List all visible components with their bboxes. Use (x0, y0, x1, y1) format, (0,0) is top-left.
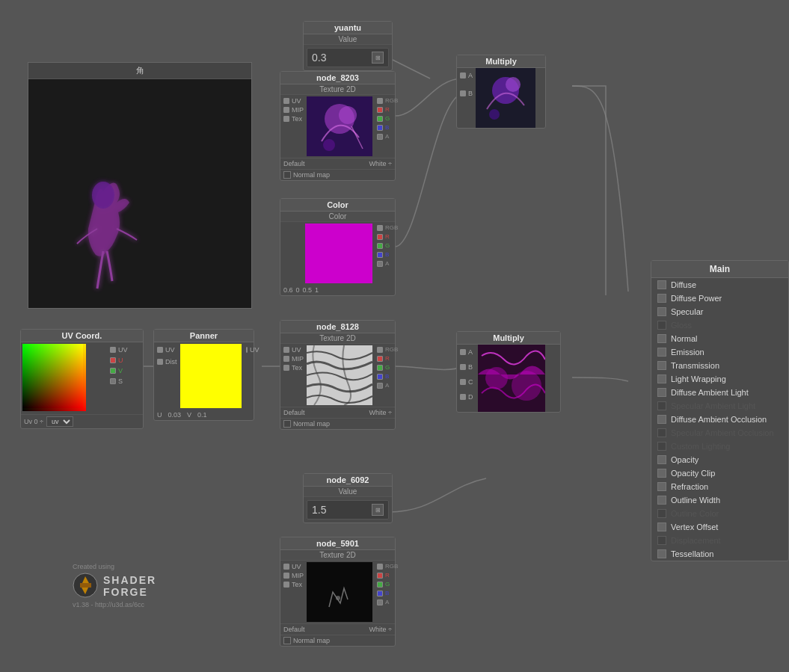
main-row-checkbox[interactable] (657, 361, 666, 370)
multiply2-port-c[interactable]: C (457, 377, 478, 386)
port-rgb-right[interactable]: RGB (374, 96, 401, 105)
panner-port-dist[interactable]: Dist (154, 357, 180, 366)
main-panel-row-gloss[interactable]: Gloss (651, 318, 788, 332)
port-g-right[interactable]: G (374, 114, 393, 123)
main-row-checkbox[interactable] (657, 280, 666, 289)
main-row-checkbox[interactable] (657, 549, 666, 558)
uv-select[interactable]: uv (46, 416, 73, 427)
color-swatch[interactable] (305, 224, 372, 283)
main-panel-row-vertex-offset[interactable]: Vertex Offset (651, 520, 788, 534)
main-panel-row-light-wrapping[interactable]: Light Wrapping (651, 372, 788, 386)
node-5901-normalmap-cb[interactable] (283, 637, 291, 644)
main-panel-row-diffuse-ambient-light[interactable]: Diffuse Ambient Light (651, 386, 788, 399)
main-panel-row-outline-width[interactable]: Outline Width (651, 493, 788, 507)
main-panel-row-diffuse[interactable]: Diffuse (651, 278, 788, 292)
node-8203-normalmap-label: Normal map (293, 171, 330, 179)
main-row-checkbox[interactable] (657, 442, 666, 451)
yuantu-title: yuantu (304, 22, 392, 34)
main-panel-row-opacity-clip[interactable]: Opacity Clip (651, 466, 788, 480)
node5901-port-tex[interactable]: Tex (280, 580, 307, 589)
color-port-rgb[interactable]: RGB (374, 224, 401, 232)
node8128-port-b-r[interactable]: B (374, 372, 392, 380)
main-panel-row-specular-ambient-occlusion[interactable]: Specular Ambient Occlusion (651, 426, 788, 440)
node5901-port-uv[interactable]: UV (280, 562, 307, 571)
main-panel-row-transmission[interactable]: Transmission (651, 359, 788, 372)
multiply1-port-a[interactable]: A (457, 71, 476, 80)
node5901-port-r-r[interactable]: R (374, 571, 393, 579)
color-val-b: 0.5 (303, 286, 313, 294)
main-row-checkbox[interactable] (657, 469, 666, 478)
node5901-port-rgb-r[interactable]: RGB (374, 562, 401, 570)
main-panel-row-specular-ambient-light[interactable]: Specular Ambient Light (651, 399, 788, 413)
color-port-r[interactable]: R (374, 232, 393, 241)
port-b-right[interactable]: B (374, 123, 392, 132)
node-8128-normalmap-cb[interactable] (283, 420, 291, 428)
main-panel-row-displacement[interactable]: Displacement (651, 534, 788, 547)
node5901-port-b-r[interactable]: B (374, 589, 392, 597)
main-row-checkbox[interactable] (657, 348, 666, 357)
panner-port-uv-r[interactable]: UV (243, 345, 263, 354)
uv-port-s[interactable]: S (107, 377, 141, 386)
main-panel-row-custom-lighting[interactable]: Custom Lighting (651, 440, 788, 453)
port-mip-left[interactable]: MIP (280, 105, 307, 114)
node8128-port-tex[interactable]: Tex (280, 363, 307, 372)
main-row-checkbox[interactable] (657, 455, 666, 464)
main-row-checkbox[interactable] (657, 294, 666, 303)
main-row-checkbox[interactable] (657, 509, 666, 518)
main-row-label: Normal (671, 334, 697, 343)
main-row-checkbox[interactable] (657, 334, 666, 343)
panner-port-uv-l[interactable]: UV (154, 345, 180, 354)
sf-name-block: SHADER FORGE (103, 574, 156, 598)
yuantu-grid-btn[interactable]: ⊞ (372, 52, 384, 64)
main-panel-row-opacity[interactable]: Opacity (651, 453, 788, 466)
node8128-port-g-r[interactable]: G (374, 363, 393, 372)
multiply2-port-a[interactable]: A (457, 348, 478, 357)
node5901-port-g-r[interactable]: G (374, 580, 393, 588)
color-port-g[interactable]: G (374, 241, 393, 250)
main-row-label: Vertex Offset (671, 523, 718, 531)
main-row-checkbox[interactable] (657, 428, 666, 437)
node-6092-grid-btn[interactable]: ⊞ (372, 504, 384, 516)
node5901-port-mip[interactable]: MIP (280, 571, 307, 580)
main-row-checkbox[interactable] (657, 321, 666, 330)
node8128-port-r-r[interactable]: R (374, 354, 393, 363)
node-6092-value[interactable]: 1.5 ⊞ (307, 500, 389, 520)
color-port-a[interactable]: A (374, 259, 392, 268)
uv-port-uv[interactable]: UV (107, 345, 141, 354)
multiply2-port-d[interactable]: D (457, 392, 478, 401)
node-8203-normalmap-cb[interactable] (283, 171, 291, 179)
multiply2-port-b[interactable]: B (457, 363, 478, 372)
uv-port-u[interactable]: U (107, 356, 141, 365)
main-row-checkbox[interactable] (657, 496, 666, 505)
main-row-label: Transmission (671, 361, 719, 370)
main-panel-row-diffuse-power[interactable]: Diffuse Power (651, 292, 788, 305)
yuantu-value[interactable]: 0.3 ⊞ (307, 48, 389, 67)
main-row-checkbox[interactable] (657, 307, 666, 316)
main-panel-row-tessellation[interactable]: Tessellation (651, 547, 788, 561)
node8128-port-mip[interactable]: MIP (280, 354, 307, 363)
main-panel-row-emission[interactable]: Emission (651, 345, 788, 359)
main-panel-row-refraction[interactable]: Refraction (651, 480, 788, 493)
port-a-right[interactable]: A (374, 132, 392, 141)
port-uv-left[interactable]: UV (280, 96, 307, 105)
color-port-b[interactable]: B (374, 250, 392, 259)
node8128-port-rgb-r[interactable]: RGB (374, 345, 401, 354)
main-row-checkbox[interactable] (657, 374, 666, 383)
port-r-right[interactable]: R (374, 105, 393, 114)
multiply1-port-b[interactable]: B (457, 89, 476, 98)
main-row-checkbox[interactable] (657, 388, 666, 397)
main-panel-row-diffuse-ambient-occlusion[interactable]: Diffuse Ambient Occlusion (651, 413, 788, 426)
node5901-port-a-r[interactable]: A (374, 598, 392, 606)
node8128-port-uv[interactable]: UV (280, 345, 307, 354)
node8128-port-a-r[interactable]: A (374, 381, 392, 389)
main-panel-row-outline-color[interactable]: Outline Color (651, 507, 788, 520)
main-panel-row-specular[interactable]: Specular (651, 305, 788, 318)
main-row-checkbox[interactable] (657, 415, 666, 424)
uv-port-v[interactable]: V (107, 366, 141, 375)
port-tex-left[interactable]: Tex (280, 114, 307, 123)
main-row-checkbox[interactable] (657, 523, 666, 531)
main-row-checkbox[interactable] (657, 536, 666, 545)
main-row-checkbox[interactable] (657, 482, 666, 491)
main-row-checkbox[interactable] (657, 401, 666, 410)
main-panel-row-normal[interactable]: Normal (651, 332, 788, 345)
